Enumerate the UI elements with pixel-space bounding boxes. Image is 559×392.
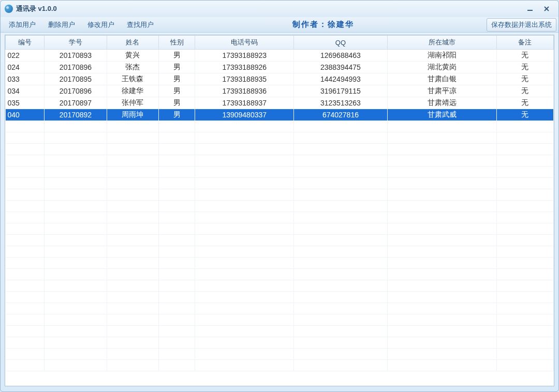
table-row[interactable] <box>6 155 554 167</box>
cell[interactable]: 1269688463 <box>294 50 388 62</box>
col-header-note[interactable]: 备注 <box>496 36 553 50</box>
table-row[interactable]: 03420170896徐建华男173931889363196179115甘肃平凉… <box>6 85 554 97</box>
cell[interactable]: 男 <box>159 62 195 73</box>
col-header-name[interactable]: 姓名 <box>107 36 158 50</box>
table-row[interactable] <box>6 189 554 201</box>
cell[interactable]: 1442494993 <box>294 73 388 85</box>
cell-empty <box>159 246 195 258</box>
cell[interactable]: 甘肃武威 <box>387 109 496 121</box>
table-row[interactable] <box>6 201 554 212</box>
cell-empty <box>387 280 496 292</box>
cell-empty <box>387 360 496 371</box>
close-button[interactable] <box>542 4 551 13</box>
cell[interactable]: 024 <box>6 62 45 73</box>
table-area[interactable]: 编号 学号 姓名 性别 电话号码 QQ 所在城市 备注 02220170893黄… <box>5 35 554 386</box>
cell[interactable]: 湖北黄岗 <box>387 62 496 73</box>
find-user-button[interactable]: 查找用户 <box>121 18 160 32</box>
table-row[interactable] <box>6 269 554 280</box>
minimize-button[interactable] <box>525 4 535 13</box>
table-row[interactable] <box>6 314 554 326</box>
cell[interactable]: 张仲军 <box>107 97 158 109</box>
table-row[interactable] <box>6 235 554 246</box>
table-row[interactable] <box>6 121 554 132</box>
col-header-city[interactable]: 所在城市 <box>387 36 496 50</box>
cell[interactable]: 17393188923 <box>195 50 294 62</box>
table-row[interactable] <box>6 337 554 349</box>
col-header-qq[interactable]: QQ <box>294 36 388 50</box>
cell[interactable]: 3123513263 <box>294 97 388 109</box>
cell[interactable]: 17393188936 <box>195 85 294 97</box>
cell[interactable]: 男 <box>159 50 195 62</box>
table-row[interactable] <box>6 303 554 314</box>
cell[interactable]: 男 <box>159 73 195 85</box>
cell[interactable]: 034 <box>6 85 45 97</box>
table-row[interactable]: 03320170895王铁森男173931889351442494993甘肃白银… <box>6 73 554 85</box>
cell[interactable]: 033 <box>6 73 45 85</box>
cell[interactable]: 040 <box>6 109 45 121</box>
cell[interactable]: 2388394475 <box>294 62 388 73</box>
cell[interactable]: 甘肃白银 <box>387 73 496 85</box>
cell[interactable]: 20170895 <box>45 73 107 85</box>
cell[interactable]: 17393188937 <box>195 97 294 109</box>
cell[interactable]: 20170892 <box>45 109 107 121</box>
cell[interactable]: 徐建华 <box>107 85 158 97</box>
table-row[interactable]: 02220170893黄兴男173931889231269688463湖南祁阳无 <box>6 50 554 62</box>
table-row[interactable] <box>6 246 554 258</box>
cell[interactable]: 湖南祁阳 <box>387 50 496 62</box>
delete-user-button[interactable]: 删除用户 <box>42 18 81 32</box>
table-row[interactable] <box>6 212 554 223</box>
cell[interactable]: 无 <box>496 73 553 85</box>
table-row[interactable] <box>6 280 554 292</box>
cell[interactable]: 王铁森 <box>107 73 158 85</box>
cell[interactable]: 周雨坤 <box>107 109 158 121</box>
table-row[interactable] <box>6 132 554 144</box>
cell[interactable]: 20170896 <box>45 85 107 97</box>
cell[interactable]: 3196179115 <box>294 85 388 97</box>
cell[interactable]: 20170897 <box>45 97 107 109</box>
cell[interactable]: 无 <box>496 50 553 62</box>
cell[interactable]: 男 <box>159 85 195 97</box>
table-row[interactable] <box>6 292 554 303</box>
cell[interactable]: 035 <box>6 97 45 109</box>
cell-empty <box>45 314 107 326</box>
cell[interactable]: 甘肃靖远 <box>387 97 496 109</box>
titlebar[interactable]: 通讯录 v1.0.0 <box>1 1 558 17</box>
cell-empty <box>294 212 388 223</box>
cell[interactable]: 无 <box>496 109 553 121</box>
col-header-gender[interactable]: 性别 <box>159 36 195 50</box>
table-row[interactable] <box>6 360 554 371</box>
cell-empty <box>6 155 45 167</box>
cell[interactable]: 无 <box>496 85 553 97</box>
col-header-sid[interactable]: 学号 <box>45 36 107 50</box>
cell[interactable]: 20170893 <box>45 50 107 62</box>
table-row[interactable] <box>6 258 554 269</box>
cell[interactable]: 13909480337 <box>195 109 294 121</box>
cell[interactable]: 674027816 <box>294 109 388 121</box>
cell[interactable]: 无 <box>496 97 553 109</box>
table-row[interactable] <box>6 144 554 155</box>
table-row[interactable]: 04020170892周雨坤男13909480337674027816甘肃武威无 <box>6 109 554 121</box>
cell[interactable]: 男 <box>159 109 195 121</box>
table-row[interactable] <box>6 167 554 178</box>
cell[interactable]: 张杰 <box>107 62 158 73</box>
cell[interactable]: 17393188935 <box>195 73 294 85</box>
save-exit-button[interactable]: 保存数据并退出系统 <box>487 18 556 32</box>
cell[interactable]: 无 <box>496 62 553 73</box>
cell[interactable]: 男 <box>159 97 195 109</box>
cell[interactable]: 022 <box>6 50 45 62</box>
table-row[interactable] <box>6 178 554 189</box>
table-row[interactable]: 03520170897张仲军男173931889373123513263甘肃靖远… <box>6 97 554 109</box>
cell-empty <box>387 314 496 326</box>
col-header-id[interactable]: 编号 <box>6 36 45 50</box>
cell[interactable]: 甘肃平凉 <box>387 85 496 97</box>
table-row[interactable]: 02420170896张杰男173931889262388394475湖北黄岗无 <box>6 62 554 73</box>
table-row[interactable] <box>6 326 554 337</box>
table-row[interactable] <box>6 349 554 360</box>
add-user-button[interactable]: 添加用户 <box>3 18 42 32</box>
cell[interactable]: 黄兴 <box>107 50 158 62</box>
cell[interactable]: 17393188926 <box>195 62 294 73</box>
col-header-phone[interactable]: 电话号码 <box>195 36 294 50</box>
cell[interactable]: 20170896 <box>45 62 107 73</box>
table-row[interactable] <box>6 223 554 235</box>
modify-user-button[interactable]: 修改用户 <box>81 18 121 32</box>
